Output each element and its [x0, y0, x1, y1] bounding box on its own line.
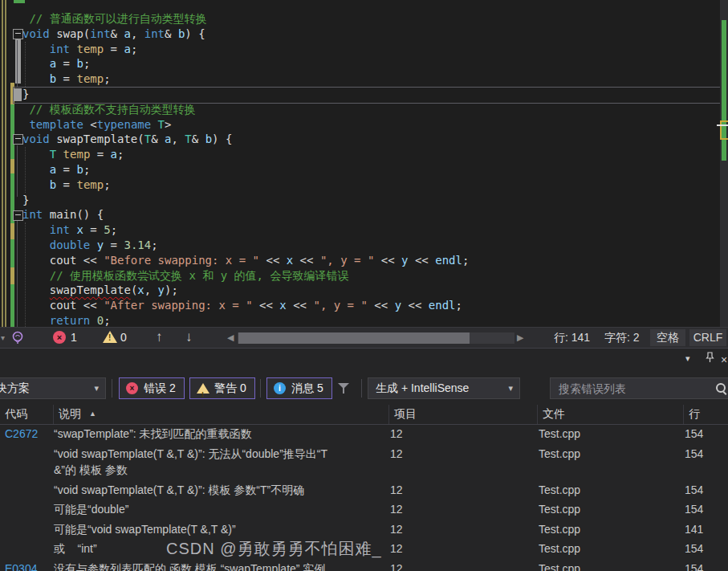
code-line[interactable]: b = temp; — [22, 71, 469, 87]
code-line[interactable]: a = b; — [22, 162, 469, 177]
line-cell: 154 — [684, 446, 728, 479]
code-line[interactable]: void swapTemplate(T& a, T& b) { — [22, 132, 469, 147]
suggestion-lightbulb-icon[interactable] — [10, 330, 25, 347]
scroll-left-icon[interactable]: ◀ — [227, 332, 234, 343]
code-line[interactable]: int x = 5; — [22, 222, 469, 238]
column-header-file[interactable]: 文件 — [538, 405, 684, 424]
warnings-filter-button[interactable]: ! 警告 0 — [189, 377, 255, 399]
project-cell: 12 — [389, 446, 538, 479]
error-code-cell: C2672 — [0, 426, 54, 443]
description-cell: 可能是“void swapTemplate(T &,T &)” — [54, 521, 389, 538]
collapse-region-icon[interactable] — [13, 210, 23, 221]
project-cell: 12 — [389, 561, 538, 571]
line-cell: 154 — [684, 426, 728, 443]
spaces-indicator[interactable]: 空格 — [650, 329, 685, 346]
next-issue-arrow-icon[interactable]: ↓ — [185, 329, 193, 345]
scope-filter-label: 决方案 — [0, 378, 30, 398]
code-line[interactable]: cout << "After swapping: x = " << x << "… — [22, 298, 469, 313]
errors-filter-label: 错误 2 — [144, 378, 176, 398]
horizontal-scrollbar-thumb[interactable] — [238, 332, 470, 344]
code-line[interactable]: return 0; — [22, 313, 469, 327]
code-line[interactable]: void swap(int& a, int& b) { — [22, 27, 469, 42]
code-line[interactable]: cout << "Before swapping: x = " << x << … — [22, 253, 469, 268]
error-count-icon[interactable]: × — [53, 331, 66, 344]
horizontal-scrollbar[interactable] — [238, 332, 514, 344]
project-cell: 12 — [389, 482, 538, 499]
error-code-cell — [0, 482, 54, 499]
project-cell: 12 — [389, 426, 538, 443]
saved-change-bar — [10, 239, 14, 267]
code-line[interactable]: int temp = a; — [22, 42, 469, 57]
file-cell: Test.cpp — [538, 426, 684, 443]
code-line[interactable]: b = temp; — [22, 177, 469, 193]
table-row[interactable]: 可能是“void swapTemplate(T &,T &)”12Test.cp… — [0, 520, 728, 540]
errors-filter-button[interactable]: × 错误 2 — [119, 377, 185, 399]
close-icon[interactable]: × — [721, 353, 727, 366]
column-header-code[interactable]: 代码 — [0, 405, 54, 424]
messages-filter-button[interactable]: i 消息 5 — [266, 377, 332, 399]
warnings-filter-label: 警告 0 — [214, 378, 246, 398]
search-icon[interactable] — [716, 383, 726, 393]
description-cell: “void swapTemplate(T &,T &)”: 无法从“double… — [54, 446, 389, 479]
code-text[interactable]: // 普通函数可以进行自动类型转换void swap(int& a, int& … — [22, 11, 469, 327]
line-indicator[interactable]: 行: 141 — [554, 331, 590, 345]
table-row[interactable]: “void swapTemplate(T &,T &)”: 模板 参数“T”不明… — [0, 480, 728, 500]
scope-filter-dropdown[interactable]: 决方案 ▾ — [0, 377, 106, 399]
unsaved-change-bar — [10, 267, 14, 284]
code-line[interactable]: T temp = a; — [22, 147, 469, 162]
modified-line-marker — [14, 0, 25, 3]
messages-filter-label: 消息 5 — [291, 378, 323, 398]
chevron-down-icon: ▾ — [94, 378, 99, 398]
table-row[interactable]: “void swapTemplate(T &,T &)”: 无法从“double… — [0, 444, 728, 480]
chevron-down-icon[interactable]: ▾ — [1, 333, 5, 342]
prev-issue-arrow-icon[interactable]: ↑ — [156, 329, 163, 345]
scrollbar-viewport-marker[interactable] — [720, 120, 728, 140]
code-line[interactable]: } — [22, 193, 469, 208]
error-code-cell — [0, 501, 54, 518]
saved-change-bar — [10, 104, 14, 159]
vs-window: // 普通函数可以进行自动类型转换void swap(int& a, int& … — [0, 0, 728, 571]
project-cell: 12 — [389, 521, 538, 538]
code-line[interactable]: // 模板函数不支持自动类型转换 — [22, 102, 469, 117]
line-ending-indicator[interactable]: CRLF — [689, 329, 726, 346]
column-header-line[interactable]: 行 — [684, 405, 728, 424]
error-icon: × — [126, 382, 138, 394]
source-filter-dropdown[interactable]: 生成 + IntelliSense ▾ — [368, 377, 520, 399]
toolbar-separator — [361, 379, 362, 398]
error-list-header: 代码 说明▲ 项目 文件 行 — [0, 405, 728, 425]
scroll-right-icon[interactable]: ▶ — [517, 332, 523, 343]
code-line[interactable]: a = b; — [22, 56, 469, 71]
code-line[interactable]: int main() { — [22, 207, 469, 222]
column-header-project[interactable]: 项目 — [389, 405, 538, 424]
table-row[interactable]: E0304没有与参数列表匹配的 函数 模板 “swapTemplate” 实例1… — [0, 559, 728, 571]
description-cell: “swapTemplate”: 未找到匹配的重载函数 — [54, 426, 389, 443]
pin-icon[interactable] — [705, 352, 715, 365]
sort-asc-icon: ▲ — [89, 410, 96, 418]
warning-count[interactable]: 0 — [120, 331, 127, 344]
chevron-down-icon: ▾ — [508, 378, 513, 398]
error-count[interactable]: 1 — [71, 331, 77, 344]
code-line[interactable]: // 使用模板函数尝试交换 x 和 y 的值, 会导致编译错误 — [22, 268, 469, 283]
collapse-region-icon[interactable] — [13, 134, 23, 145]
code-line[interactable]: // 普通函数可以进行自动类型转换 — [22, 11, 469, 27]
code-editor[interactable]: // 普通函数可以进行自动类型转换void swap(int& a, int& … — [0, 0, 728, 327]
editor-vertical-scrollbar[interactable] — [720, 0, 728, 327]
search-input[interactable] — [557, 380, 705, 398]
filter-funnel-icon[interactable] — [338, 383, 349, 389]
code-line[interactable]: template <typename T> — [22, 117, 469, 133]
collapse-region-icon[interactable] — [13, 29, 23, 39]
line-cell: 154 — [684, 501, 728, 518]
window-position-menu-icon[interactable]: ▾ — [685, 353, 690, 364]
code-line[interactable]: double y = 3.14; — [22, 238, 469, 253]
column-indicator[interactable]: 字符: 2 — [604, 331, 640, 345]
outline-connector — [17, 145, 18, 197]
table-row[interactable]: C2672“swapTemplate”: 未找到匹配的重载函数12Test.cp… — [0, 424, 728, 444]
project-cell: 12 — [389, 501, 538, 518]
error-list-search — [550, 377, 728, 399]
code-line[interactable]: } — [22, 87, 469, 102]
code-line[interactable]: swapTemplate(x, y); — [22, 283, 469, 298]
editor-left-guide-line — [2, 0, 3, 327]
table-row[interactable]: 可能是“double”12Test.cpp154 — [0, 500, 728, 520]
column-header-description[interactable]: 说明▲ — [54, 405, 389, 424]
file-cell: Test.cpp — [538, 501, 684, 518]
